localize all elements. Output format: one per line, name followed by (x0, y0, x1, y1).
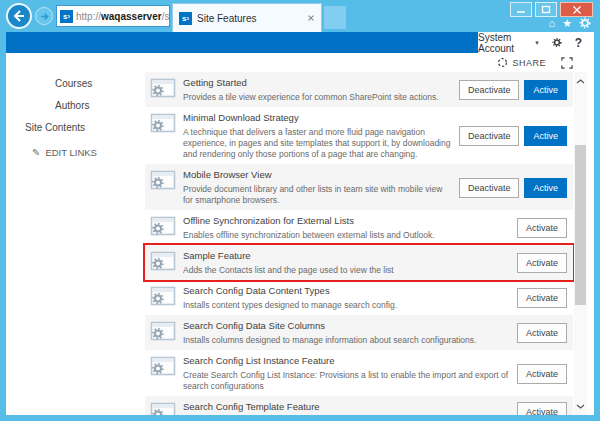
favorites-star-icon[interactable]: ★ (562, 18, 572, 29)
feature-description: Installs columns designed to manage info… (183, 335, 509, 346)
sidebar-item-label: Site Contents (25, 122, 85, 133)
sidebar-item-courses[interactable]: Courses (6, 72, 145, 94)
feature-title: Offline Synchronization for External Lis… (183, 215, 509, 227)
feature-description: Installs content types designed to manag… (183, 300, 509, 311)
feature-icon (150, 78, 176, 98)
feature-buttons: Activate (517, 323, 567, 343)
site-settings-gear-icon[interactable] (552, 36, 562, 49)
activate-button[interactable]: Activate (517, 364, 567, 384)
deactivate-button[interactable]: Deactivate (459, 80, 520, 100)
feature-row: Search Config Data Content Types Install… (145, 280, 573, 315)
browser-tab[interactable]: s› Site Features (172, 3, 322, 32)
activate-button[interactable]: Activate (517, 402, 567, 416)
activate-button[interactable]: Activate (517, 323, 567, 343)
minimize-button[interactable] (510, 2, 532, 17)
chevron-up-icon (576, 79, 585, 84)
chevron-down-icon (576, 404, 585, 409)
active-button[interactable]: Active (524, 178, 567, 198)
back-arrow-icon (11, 8, 27, 24)
forward-button[interactable] (35, 7, 53, 25)
feature-title: Search Config Data Content Types (183, 285, 509, 297)
activate-button[interactable]: Activate (517, 218, 567, 238)
active-button[interactable]: Active (524, 80, 567, 100)
activate-button[interactable]: Activate (517, 253, 567, 273)
feature-icon (150, 402, 176, 415)
feature-title: Minimal Download Strategy (183, 112, 451, 124)
suite-bar-right: System Account ▾ ? (478, 32, 594, 53)
active-button[interactable]: Active (524, 126, 567, 146)
focus-mode-icon[interactable] (561, 57, 573, 69)
feature-description: Create Search Config List Instance: Prov… (183, 370, 509, 392)
feature-description: Enables offline synchronization between … (183, 230, 509, 241)
feature-buttons: Activate (517, 288, 567, 308)
share-icon (497, 57, 508, 68)
feature-buttons: Activate (517, 218, 567, 238)
feature-row: Minimal Download Strategy A technique th… (145, 107, 573, 164)
feature-icon (150, 356, 176, 376)
feature-row: Getting Started Provides a tile view exp… (145, 72, 573, 107)
back-button[interactable] (6, 3, 32, 29)
close-button[interactable] (560, 2, 593, 17)
feature-list: Getting Started Provides a tile view exp… (145, 72, 573, 415)
sidebar-item-site-contents[interactable]: Site Contents (6, 116, 145, 138)
scroll-down-button[interactable] (574, 399, 587, 413)
browser-settings-gear-icon[interactable] (579, 17, 591, 29)
account-menu[interactable]: System Account ▾ (478, 32, 539, 54)
tab-title: Site Features (197, 13, 302, 24)
feature-buttons: Activate (517, 364, 567, 384)
feature-description: A technique that delivers a faster and m… (183, 127, 451, 160)
feature-buttons: Activate (517, 253, 567, 273)
url-text: http://waqasserver/sites/dem (76, 11, 170, 22)
deactivate-button[interactable]: Deactivate (459, 178, 520, 198)
feature-title: Getting Started (183, 77, 451, 89)
feature-text: Search Config List Instance Feature Crea… (183, 355, 509, 392)
feature-text: Getting Started Provides a tile view exp… (183, 77, 451, 103)
new-tab-button[interactable] (324, 6, 346, 29)
feature-description: Provides a tile view experience for comm… (183, 92, 451, 103)
sharepoint-logo-icon: s› (60, 10, 73, 23)
tab-close-icon[interactable] (307, 14, 315, 22)
feature-title: Search Config Template Feature (183, 401, 509, 413)
activate-button[interactable]: Activate (517, 288, 567, 308)
feature-text: Minimal Download Strategy A technique th… (183, 112, 451, 160)
address-bar[interactable]: s› http://waqasserver/sites/dem ▾ ↻ (56, 5, 170, 27)
quick-launch-sidebar: Courses Authors Site Contents ✎ EDIT LIN… (6, 72, 145, 158)
ribbon-row: SHARE (6, 53, 594, 72)
share-label: SHARE (512, 58, 546, 68)
vertical-scrollbar[interactable] (574, 72, 587, 415)
feature-row: Search Config List Instance Feature Crea… (145, 350, 573, 396)
scrollbar-thumb[interactable] (575, 145, 586, 305)
share-button[interactable]: SHARE (497, 57, 546, 68)
edit-links-label: EDIT LINKS (45, 147, 97, 158)
feature-buttons: DeactivateActive (459, 126, 567, 146)
maximize-icon (541, 5, 551, 14)
page-content: SHARE Courses Authors Site Contents ✎ ED… (6, 53, 594, 415)
suite-bar: System Account ▾ ? (6, 32, 594, 53)
feature-row: Mobile Browser View Provide document lib… (145, 164, 573, 210)
feature-buttons: DeactivateActive (459, 80, 567, 100)
help-button[interactable]: ? (575, 36, 582, 50)
feature-title: Sample Feature (183, 250, 509, 262)
tab-favicon-sharepoint-icon: s› (179, 12, 192, 25)
scroll-up-button[interactable] (574, 74, 587, 88)
feature-row: Sample Feature Adds the Contacts list an… (145, 245, 573, 280)
account-label: System Account (478, 32, 531, 54)
feature-title: Search Config List Instance Feature (183, 355, 509, 367)
feature-text: Search Config Data Site Columns Installs… (183, 320, 509, 346)
sidebar-item-label: Authors (55, 100, 89, 111)
feature-text: Search Config Template Feature (183, 401, 509, 415)
deactivate-button[interactable]: Deactivate (459, 126, 520, 146)
sidebar-item-authors[interactable]: Authors (6, 94, 145, 116)
feature-row: Offline Synchronization for External Lis… (145, 210, 573, 245)
close-icon (572, 5, 582, 15)
home-icon[interactable]: ⌂ (548, 18, 555, 29)
feature-description: Provide document library and other lists… (183, 184, 451, 206)
account-caret-icon: ▾ (535, 39, 539, 47)
feature-icon (150, 286, 176, 306)
suite-bar-blue-band (6, 32, 478, 53)
feature-row: Search Config Data Site Columns Installs… (145, 315, 573, 350)
feature-description: Adds the Contacts list and the page used… (183, 265, 509, 276)
pencil-icon: ✎ (32, 147, 40, 158)
maximize-button[interactable] (535, 2, 557, 17)
edit-links-button[interactable]: ✎ EDIT LINKS (6, 147, 145, 158)
